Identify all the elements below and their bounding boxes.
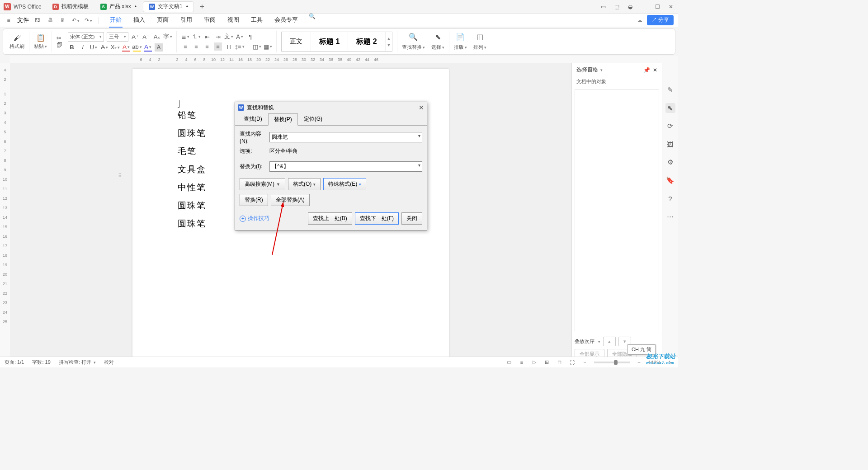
highlight-icon[interactable]: ab▾ [133,43,141,52]
style-h2[interactable]: 标题 2 [348,32,385,51]
style-h1[interactable]: 标题 1 [311,32,348,51]
inc-indent-icon[interactable]: ⇥ [214,33,222,41]
char-shading-icon[interactable]: A [155,43,163,52]
save-icon[interactable]: 🖫 [33,17,42,24]
menu-home[interactable]: 开始 [109,13,123,28]
share-button[interactable]: ↗ 分享 [647,15,674,25]
undo-icon[interactable]: ↶▾ [71,17,80,24]
text-direction-icon[interactable]: 文▾ [225,33,233,41]
find-input[interactable]: 圆珠笔▾ [269,132,422,142]
search-icon[interactable]: 🔍 [309,13,316,28]
tab-find[interactable]: 查找(D) [238,113,268,125]
replace-input[interactable]: 【^&】▾ [269,161,422,172]
pin-icon[interactable]: 📌 [643,67,650,73]
replace-button[interactable]: 替换(R) [240,194,268,206]
menu-view[interactable]: 视图 [226,13,240,28]
align-justify-icon[interactable]: ≡ [214,42,222,51]
new-tab-button[interactable]: ＋ [195,2,209,11]
view-read-icon[interactable]: ⊞ [543,359,551,365]
dialog-titlebar[interactable]: W 查找和替换 ✕ [235,102,427,113]
subscript-icon[interactable]: X₂▾ [111,43,119,52]
tab-spreadsheet[interactable]: S产品.xlsx• [95,1,142,12]
size-select[interactable]: 三号▾ [107,32,128,42]
menu-member[interactable]: 会员专享 [274,13,299,28]
font-select[interactable]: 宋体 (正文)▾ [68,32,104,42]
view-page-icon[interactable]: ▭ [505,359,513,365]
menu-insert[interactable]: 插入 [132,13,146,28]
format-button[interactable]: 格式(O)▾ [288,178,321,190]
shrink-font-icon[interactable]: A⁻ [142,33,150,41]
cloud-icon[interactable]: ☁ [637,17,642,24]
line-spacing-icon[interactable]: ‡≡▾ [236,42,244,51]
style-more-icon[interactable]: ▾ [387,42,390,48]
copy-icon[interactable]: 🗐 [57,42,62,48]
close-window-button[interactable]: ✕ [667,4,675,10]
find-next-button[interactable]: 查找下一处(F) [355,212,399,225]
view-web-icon[interactable]: ▷ [531,359,538,365]
select-tool-icon[interactable]: ⬉ [665,103,675,113]
advanced-search-button[interactable]: 高级搜索(M)▼ [240,178,285,190]
view-full-icon[interactable]: ⛶ [569,360,576,365]
print-icon[interactable]: 🖶 [46,17,54,24]
tips-link[interactable]: ✦操作技巧 [240,215,269,222]
menu-review[interactable]: 审阅 [203,13,217,28]
avatar-icon[interactable]: ◒ [627,4,634,10]
horizontal-ruler[interactable]: 6422468101214161820222426283032343638404… [10,56,678,63]
collapse-rail-icon[interactable]: — [665,67,675,77]
sort-icon[interactable]: Ā▾ [236,33,244,41]
align-right-icon[interactable]: ≡ [203,42,211,51]
pane-object-list[interactable] [575,89,659,331]
file-menu[interactable]: 文件 [17,16,29,24]
settings-tool-icon[interactable]: ⟳ [665,121,675,131]
paragraph-handle-icon[interactable]: ⠿ [118,173,121,179]
image-tool-icon[interactable]: 🖼 [665,139,675,149]
shading-icon[interactable]: A▾ [144,43,152,52]
tab-template[interactable]: D找稻壳模板 [47,1,94,12]
pane-close-icon[interactable]: ✕ [653,67,657,73]
move-up-button[interactable]: ▴ [603,337,616,346]
find-replace-dialog[interactable]: W 查找和替换 ✕ 查找(D) 替换(P) 定位(G) 查找内容(N): 圆珠笔… [235,102,427,230]
dropdown-icon[interactable]: ▾ [418,163,420,168]
char-border-icon[interactable]: 字▾ [164,33,172,41]
clear-format-icon[interactable]: Aₓ [153,33,161,41]
style-gallery[interactable]: 正文 标题 1 标题 2 ▴ ▾ [281,32,392,52]
layout-icon[interactable]: 📄 [456,33,465,41]
find-icon[interactable]: 🔍 [409,33,418,41]
align-center-icon[interactable]: ≡ [192,42,200,51]
menu-tools[interactable]: 工具 [250,13,264,28]
italic-icon[interactable]: I [79,43,87,52]
find-prev-button[interactable]: 查找上一处(B) [308,212,352,225]
font-color-icon[interactable]: A▾ [122,43,130,52]
paste-icon[interactable]: 📋 [36,33,45,42]
underline-icon[interactable]: U▾ [90,43,98,52]
view-outline-icon[interactable]: ≡ [518,360,525,365]
reader-icon[interactable]: ▭ [599,4,607,10]
view-focus-icon[interactable]: ◻ [556,359,563,365]
tab-replace[interactable]: 替换(P) [268,113,298,126]
replace-all-button[interactable]: 全部替换(A) [271,194,310,206]
vertical-ruler[interactable]: 4212345678910111213141516171819202122232… [0,63,10,362]
arrange-icon[interactable]: ◫ [476,33,483,41]
preview-icon[interactable]: 🗎 [59,17,67,24]
tab-goto[interactable]: 定位(G) [298,113,328,125]
dec-indent-icon[interactable]: ⇤ [203,33,211,41]
maximize-button[interactable]: ☐ [654,4,661,10]
special-format-button[interactable]: 特殊格式(E)▾ [323,178,366,190]
spell-check[interactable]: 拼写检查: 打开 ▾ [59,359,96,366]
bookmark-icon[interactable]: 🔖 [665,175,675,185]
dropdown-icon[interactable]: ▾ [418,133,420,138]
fill-color-icon[interactable]: ◫▾ [253,42,261,51]
minimize-button[interactable]: — [640,4,647,10]
tab-document[interactable]: W文字文稿1• [143,1,194,12]
bullet-list-icon[interactable]: ≣▾ [181,33,189,41]
zoom-in-icon[interactable]: ＋ [636,359,643,366]
cube-icon[interactable]: ⬚ [613,4,620,10]
word-count[interactable]: 字数: 19 [32,359,50,366]
close-button[interactable]: 关闭 [401,212,422,225]
select-icon[interactable]: ⬉ [435,33,441,41]
bold-icon[interactable]: B [68,43,76,52]
border-icon[interactable]: ▦▾ [264,42,272,51]
dialog-close-icon[interactable]: ✕ [419,104,424,111]
more-icon[interactable]: ⋯ [665,212,675,221]
grow-font-icon[interactable]: A⁺ [131,33,139,41]
